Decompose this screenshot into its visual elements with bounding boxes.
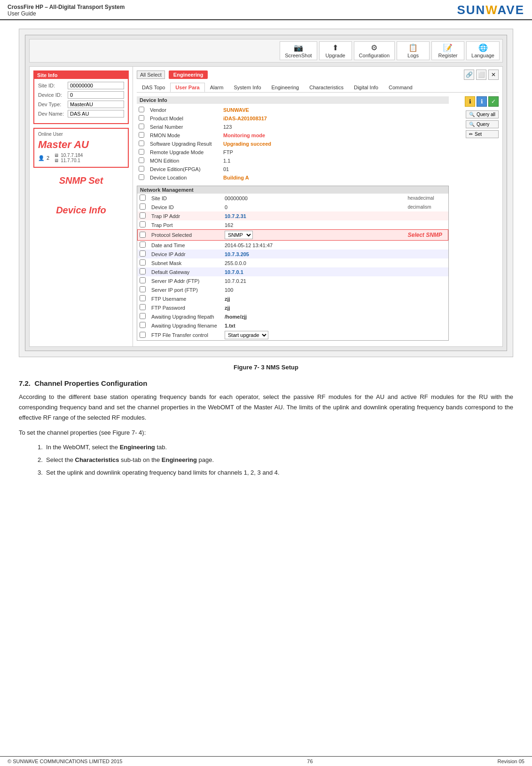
step-2-mid: sub-tab on the — [119, 456, 161, 463]
screenshot-container: 📷 ScreenShot ⬆ Upgrade ⚙ Configuration 📋… — [19, 29, 513, 357]
device-location-label: Device Location — [146, 173, 221, 182]
site-id-input[interactable] — [68, 82, 124, 89]
trap-port-value: 162 — [223, 220, 406, 230]
protocol-row: Protocol Selected SNMP TR069 Select SNMP — [138, 230, 448, 241]
dev-name-field: Dev Name: — [38, 110, 124, 117]
step-2-num: 2. — [38, 456, 43, 463]
table-row: Device Edition(FPGA) 01 — [137, 165, 449, 173]
upgrade-btn[interactable]: ⬆ Upgrade — [319, 41, 352, 60]
tab-digital-info[interactable]: Digital Info — [349, 83, 383, 92]
ftp-password-cb[interactable] — [140, 304, 146, 310]
window-icon-btn[interactable]: ⬜ — [476, 70, 486, 80]
online-user-box: Online User Master AU 👤 2 🖥 10.7.7.184 — [33, 128, 129, 168]
step-2: 2. Select the Characteristics sub-tab on… — [38, 455, 513, 465]
upgrade-btn-label: Upgrade — [326, 53, 345, 58]
query-icon: 🔍 — [469, 122, 475, 127]
table-row: FTP Username zjj — [138, 294, 448, 303]
step-1: 1. In the WebOMT, select the Engineering… — [38, 443, 513, 453]
ip-1: 10.7.7.184 — [61, 153, 83, 158]
table-row: Subnet Mask 255.0.0.0 — [138, 258, 448, 267]
mon-edition-cb[interactable] — [139, 157, 144, 163]
vendor-cb[interactable] — [139, 107, 144, 112]
table-row: Awaiting Upgrading filename 1.txt — [138, 321, 448, 330]
server-port-ftp-note — [406, 285, 448, 294]
sunwave-logo: SUNWAVE — [457, 3, 524, 17]
tab-alarm[interactable]: Alarm — [205, 83, 229, 92]
rmon-mode-cb[interactable] — [139, 132, 144, 138]
sw-upgrade-cb[interactable] — [139, 141, 144, 146]
figure-caption: Figure 7- 3 NMS Setup — [19, 364, 513, 371]
site-id-net-cb[interactable] — [140, 195, 146, 201]
dev-type-input[interactable] — [68, 101, 124, 108]
main-data-area: Device Info Vendor SUNWAVE Product Model — [137, 96, 499, 344]
tab-system-info[interactable]: System Info — [228, 83, 266, 92]
device-id-input[interactable] — [68, 91, 124, 99]
right-topbar-left: All Select Engineering — [137, 70, 208, 79]
tab-das-topo[interactable]: DAS Topo — [137, 83, 170, 92]
subnet-mask-cb[interactable] — [140, 259, 146, 266]
default-gw-note — [406, 267, 448, 276]
info-icon-btn-1[interactable]: ℹ — [465, 96, 475, 107]
set-icon: ✏ — [469, 132, 473, 137]
protocol-cb[interactable] — [140, 232, 146, 238]
logs-btn[interactable]: 📋 Logs — [397, 41, 430, 60]
ftp-transfer-note — [406, 330, 448, 340]
tab-command[interactable]: Command — [383, 83, 418, 92]
query-all-btn[interactable]: 🔍 Query all — [466, 110, 499, 118]
awaiting-filename-cb[interactable] — [140, 322, 146, 328]
table-row: Server IP port (FTP) 100 — [138, 285, 448, 294]
device-id-net-cb[interactable] — [140, 203, 146, 210]
device-ip-cb[interactable] — [140, 250, 146, 257]
ftp-password-label: FTP Password — [148, 303, 223, 312]
trap-port-cb[interactable] — [140, 221, 146, 227]
server-port-ftp-cb[interactable] — [140, 286, 146, 292]
share-icon-btn[interactable]: 🔗 — [464, 70, 474, 80]
ftp-username-cb[interactable] — [140, 295, 146, 301]
ftp-username-label: FTP Username — [148, 294, 223, 303]
awaiting-filepath-cb[interactable] — [140, 313, 146, 319]
default-gw-cb[interactable] — [140, 268, 146, 274]
remote-upgrade-cb[interactable] — [139, 149, 144, 155]
info-icon-btn-2[interactable]: ℹ — [477, 96, 487, 107]
close-icon-btn[interactable]: ✕ — [488, 70, 499, 80]
query-btn[interactable]: 🔍 Query — [466, 120, 499, 128]
serial-number-cb[interactable] — [139, 124, 144, 129]
register-btn[interactable]: 📝 Register — [431, 41, 464, 60]
server-port-ftp-label: Server IP port (FTP) — [148, 285, 223, 294]
set-btn[interactable]: ✏ Set — [466, 130, 499, 138]
upgrade-icon: ⬆ — [332, 43, 338, 52]
table-row: Vendor SUNWAVE — [137, 106, 449, 114]
tab-user-para[interactable]: User Para — [170, 83, 204, 92]
site-id-net-value: 00000000 — [223, 194, 406, 203]
date-time-cb[interactable] — [140, 242, 146, 248]
site-id-net-note: hexadecimal — [406, 194, 448, 203]
awaiting-filename-label: Awaiting Upgrading filename — [148, 321, 223, 330]
configuration-btn[interactable]: ⚙ Configuration — [354, 41, 395, 60]
screenshot-btn[interactable]: 📷 ScreenShot — [280, 41, 317, 60]
step-3-num: 3. — [38, 469, 43, 476]
device-ip-label: Device IP Addr — [148, 250, 223, 258]
protocol-select[interactable]: SNMP TR069 — [225, 231, 253, 239]
all-select-btn[interactable]: All Select — [137, 70, 165, 79]
product-model-cb[interactable] — [139, 115, 144, 121]
tab-characteristics[interactable]: Characteristics — [304, 83, 349, 92]
check-icon-btn[interactable]: ✓ — [488, 96, 499, 107]
device-edition-cb[interactable] — [139, 166, 144, 172]
awaiting-filepath-note — [406, 312, 448, 321]
trap-ip-cb[interactable] — [140, 212, 146, 219]
tab-engineering[interactable]: Engineering — [266, 83, 305, 92]
device-location-cb[interactable] — [139, 174, 144, 180]
trap-ip-value: 10.7.2.31 — [223, 211, 406, 220]
server-ip-ftp-cb[interactable] — [140, 277, 146, 283]
trap-ip-label: Trap IP Addr — [148, 211, 223, 220]
step-2-text: Select the — [46, 456, 75, 463]
dev-name-input[interactable] — [68, 110, 124, 117]
ftp-transfer-select[interactable]: Start upgrade — [225, 331, 268, 339]
subnet-mask-label: Subnet Mask — [148, 258, 223, 267]
ftp-transfer-cb[interactable] — [140, 332, 146, 338]
device-info-section-title: Device Info — [137, 96, 449, 104]
register-icon: 📝 — [443, 43, 453, 52]
ip-row-2: 🖥 11.7.70.1 — [54, 158, 83, 163]
table-row: FTP File Transfer control Start upgrade — [138, 330, 448, 340]
language-btn[interactable]: 🌐 Language — [466, 41, 500, 60]
